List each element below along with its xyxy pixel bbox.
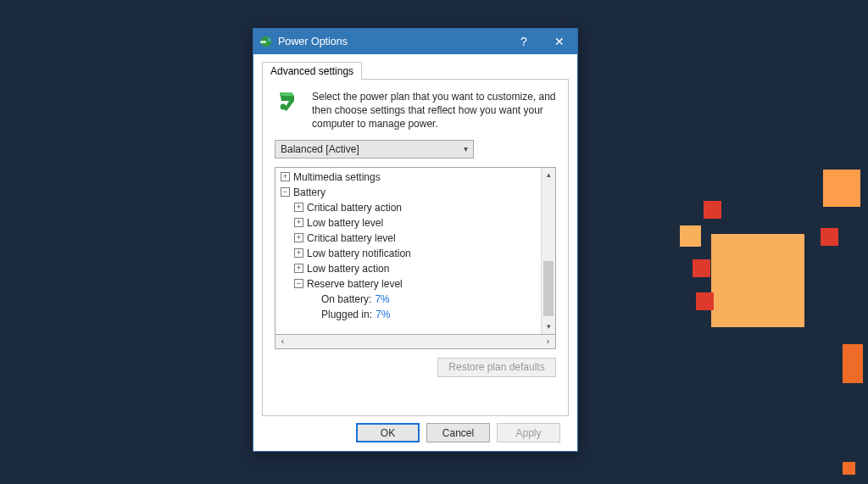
bg-square [693, 259, 710, 277]
tab-advanced-settings[interactable]: Advanced settings [262, 62, 362, 80]
power-plan-selected: Balanced [Active] [281, 143, 359, 155]
titlebar[interactable]: Power Options ? ✕ [253, 29, 577, 54]
cancel-button[interactable]: Cancel [426, 423, 490, 442]
expand-icon[interactable]: + [294, 233, 303, 242]
on-battery-value: 7% [375, 293, 389, 305]
scroll-down-icon[interactable]: ▾ [542, 320, 555, 334]
tree-item-multimedia[interactable]: + Multimedia settings [279, 170, 541, 185]
window-title: Power Options [278, 36, 506, 47]
tree-item-critical-level[interactable]: + Critical battery level [279, 231, 541, 246]
tab-page: Select the power plan that you want to c… [262, 79, 569, 416]
settings-tree-container: + Multimedia settings − Battery + Critic… [275, 167, 556, 349]
bg-square [843, 344, 863, 383]
tree-value-on-battery[interactable]: On battery: 7% [279, 292, 541, 307]
power-plan-icon [275, 90, 303, 131]
bg-square [704, 201, 721, 219]
close-icon: ✕ [554, 35, 565, 48]
bg-square [696, 292, 714, 310]
tree-value-plugged-in[interactable]: Plugged in: 7% [279, 307, 541, 322]
ok-button[interactable]: OK [356, 423, 420, 442]
close-button[interactable]: ✕ [542, 29, 577, 54]
power-options-icon [259, 35, 273, 48]
hscroll-track[interactable] [290, 335, 541, 348]
client-area: Advanced settings Select the power plan … [253, 54, 577, 451]
tree-item-battery[interactable]: − Battery [279, 185, 541, 200]
power-options-dialog: Power Options ? ✕ Advanced settings Sele… [253, 28, 578, 452]
restore-defaults-button[interactable]: Restore plan defaults [437, 358, 556, 377]
tree-horizontal-scrollbar[interactable]: ‹ › [275, 335, 556, 349]
collapse-icon[interactable]: − [281, 187, 290, 197]
scroll-thumb[interactable] [543, 261, 554, 316]
power-plan-combo[interactable]: Balanced [Active] ▾ [275, 140, 474, 159]
bg-square [711, 234, 804, 327]
svg-point-3 [281, 104, 287, 110]
apply-button[interactable]: Apply [497, 423, 560, 442]
settings-tree[interactable]: + Multimedia settings − Battery + Critic… [275, 167, 556, 335]
tree-item-low-notification[interactable]: + Low battery notification [279, 246, 541, 261]
expand-icon[interactable]: + [294, 248, 303, 258]
scroll-left-icon[interactable]: ‹ [275, 335, 290, 348]
intro: Select the power plan that you want to c… [275, 90, 556, 131]
bg-square [823, 170, 860, 207]
chevron-down-icon: ▾ [464, 144, 468, 153]
scroll-right-icon[interactable]: › [541, 335, 555, 348]
bg-square [821, 228, 838, 246]
svg-rect-1 [268, 38, 270, 42]
collapse-icon[interactable]: − [294, 279, 303, 288]
svg-rect-2 [260, 41, 266, 43]
expand-icon[interactable]: + [294, 203, 303, 212]
tree-vertical-scrollbar[interactable]: ▴ ▾ [541, 168, 555, 334]
expand-icon[interactable]: + [281, 172, 290, 181]
tab-strip: Advanced settings [262, 60, 569, 79]
help-button[interactable]: ? [506, 29, 542, 54]
bg-square [843, 462, 855, 475]
scroll-up-icon[interactable]: ▴ [542, 168, 555, 182]
expand-icon[interactable]: + [294, 218, 303, 227]
expand-icon[interactable]: + [294, 264, 303, 273]
dialog-button-row: OK Cancel Apply [262, 416, 569, 442]
bg-square [680, 225, 701, 247]
tree-item-critical-action[interactable]: + Critical battery action [279, 200, 541, 215]
tree-item-reserve-level[interactable]: − Reserve battery level [279, 276, 541, 292]
tree-item-low-action[interactable]: + Low battery action [279, 261, 541, 276]
plugged-in-value: 7% [376, 309, 390, 320]
intro-text: Select the power plan that you want to c… [312, 90, 556, 131]
tree-item-low-level[interactable]: + Low battery level [279, 215, 541, 231]
